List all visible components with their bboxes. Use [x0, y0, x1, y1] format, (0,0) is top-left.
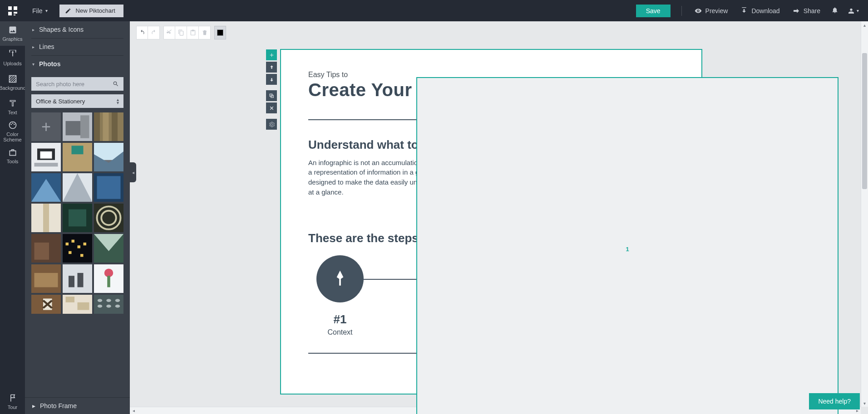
- delete-block-button[interactable]: [266, 102, 277, 113]
- svg-rect-59: [66, 297, 75, 302]
- photo-category-select[interactable]: Office & Stationery ▴▾: [31, 94, 123, 108]
- scroll-up-arrow[interactable]: ▴: [861, 21, 868, 29]
- svg-rect-55: [107, 276, 110, 287]
- color-swatch: [217, 29, 223, 36]
- photo-thumb[interactable]: [31, 173, 61, 202]
- photo-thumb[interactable]: [63, 143, 92, 171]
- photo-thumb[interactable]: [63, 295, 92, 314]
- divider: [681, 6, 682, 16]
- photo-thumbnails: +: [31, 112, 123, 314]
- top-bar: File ▾ New Piktochart Save Preview Downl…: [0, 0, 868, 21]
- download-label: Download: [751, 7, 779, 15]
- svg-rect-15: [112, 112, 118, 141]
- photo-thumb[interactable]: [31, 143, 61, 171]
- svg-rect-10: [66, 121, 81, 136]
- rail-background[interactable]: Background: [0, 70, 25, 95]
- need-help-label: Need help?: [818, 398, 851, 405]
- photo-thumb[interactable]: [31, 204, 61, 232]
- rail-graphics[interactable]: Graphics: [0, 21, 25, 46]
- photo-thumb[interactable]: [63, 204, 92, 232]
- chevron-down-icon: ▾: [857, 8, 859, 13]
- block-page-indicator[interactable]: 1: [417, 78, 838, 414]
- copy-button[interactable]: [175, 26, 187, 39]
- vertical-scrollbar[interactable]: ▴ ▾: [861, 21, 868, 407]
- svg-rect-2: [8, 12, 12, 15]
- save-button[interactable]: Save: [636, 5, 671, 17]
- svg-rect-40: [66, 243, 69, 245]
- cut-button[interactable]: [163, 26, 175, 39]
- share-button[interactable]: Share: [786, 7, 827, 15]
- move-down-button[interactable]: [266, 74, 277, 85]
- redo-icon: [151, 29, 157, 36]
- clone-block-button[interactable]: [266, 90, 277, 101]
- svg-point-6: [10, 124, 12, 125]
- photo-thumb[interactable]: [94, 173, 123, 202]
- svg-rect-11: [80, 115, 89, 138]
- rail-color-scheme[interactable]: Color Scheme: [0, 119, 25, 144]
- rail-tools[interactable]: Tools: [0, 144, 25, 168]
- rail-text[interactable]: Text: [0, 95, 25, 119]
- panel-collapse-handle[interactable]: ◂: [130, 162, 136, 182]
- redo-button[interactable]: [148, 26, 160, 39]
- photo-add-button[interactable]: +: [31, 112, 61, 141]
- section-lines[interactable]: ▸ Lines: [25, 39, 130, 55]
- photo-thumb[interactable]: [63, 234, 92, 263]
- scroll-thumb[interactable]: [862, 53, 867, 189]
- photo-thumb[interactable]: [63, 264, 92, 293]
- photo-thumb[interactable]: [94, 295, 123, 314]
- photo-search-input[interactable]: [36, 81, 113, 88]
- photo-thumb[interactable]: [94, 143, 123, 171]
- svg-rect-33: [69, 209, 86, 227]
- photo-thumb[interactable]: [31, 264, 61, 293]
- svg-point-63: [106, 299, 111, 302]
- notifications-button[interactable]: [827, 6, 843, 15]
- undo-button[interactable]: [136, 26, 148, 39]
- step-circle: [316, 255, 364, 302]
- photo-thumb[interactable]: [63, 173, 92, 202]
- photo-thumb[interactable]: [94, 264, 123, 293]
- palette-icon: [8, 121, 17, 130]
- copy-icon: [178, 29, 184, 36]
- caret-right-icon: ▸: [32, 44, 35, 49]
- photo-thumb[interactable]: [94, 112, 123, 141]
- photo-thumb[interactable]: [63, 112, 92, 141]
- photo-search[interactable]: [31, 77, 123, 91]
- move-up-button[interactable]: [266, 62, 277, 73]
- new-piktochart-button[interactable]: New Piktochart: [59, 5, 123, 17]
- svg-rect-44: [69, 251, 72, 254]
- scroll-left-arrow[interactable]: ◂: [130, 407, 137, 414]
- svg-rect-61: [94, 295, 123, 314]
- section-shapes-icons[interactable]: ▸ Shapes & Icons: [25, 21, 130, 38]
- paste-button[interactable]: [187, 26, 199, 39]
- color-swatch-button[interactable]: [214, 26, 226, 39]
- app-logo[interactable]: [0, 5, 25, 16]
- svg-rect-18: [40, 151, 52, 159]
- section-photos[interactable]: ▾ Photos: [25, 56, 130, 73]
- download-icon: [740, 7, 748, 15]
- rail-tour-label: Tour: [8, 404, 17, 410]
- rail-uploads-label: Uploads: [3, 61, 21, 66]
- need-help-button[interactable]: Need help?: [809, 393, 860, 409]
- rail-tour[interactable]: Tour: [0, 390, 25, 414]
- svg-point-62: [98, 299, 102, 302]
- preview-button[interactable]: Preview: [688, 7, 735, 15]
- svg-rect-13: [94, 112, 100, 141]
- rail-uploads[interactable]: Uploads: [0, 46, 25, 70]
- editor-toolbar: [136, 26, 226, 39]
- scroll-down-arrow[interactable]: ▾: [861, 399, 868, 407]
- photo-thumb[interactable]: [31, 234, 61, 263]
- plus-icon: [269, 52, 275, 58]
- add-block-button[interactable]: [266, 49, 277, 60]
- svg-rect-60: [78, 302, 89, 310]
- file-menu[interactable]: File ▾: [25, 7, 55, 15]
- section-photo-frame[interactable]: ▸ Photo Frame: [25, 397, 130, 414]
- account-menu[interactable]: ▾: [843, 7, 868, 15]
- photo-thumb[interactable]: [94, 204, 123, 232]
- step-1[interactable]: #1 Context: [313, 255, 367, 336]
- download-button[interactable]: Download: [734, 7, 786, 15]
- photo-thumb[interactable]: [94, 234, 123, 263]
- trash-icon: [202, 29, 208, 36]
- delete-button[interactable]: [199, 26, 211, 39]
- photo-thumb[interactable]: [31, 295, 61, 314]
- block-settings-button[interactable]: [266, 119, 277, 130]
